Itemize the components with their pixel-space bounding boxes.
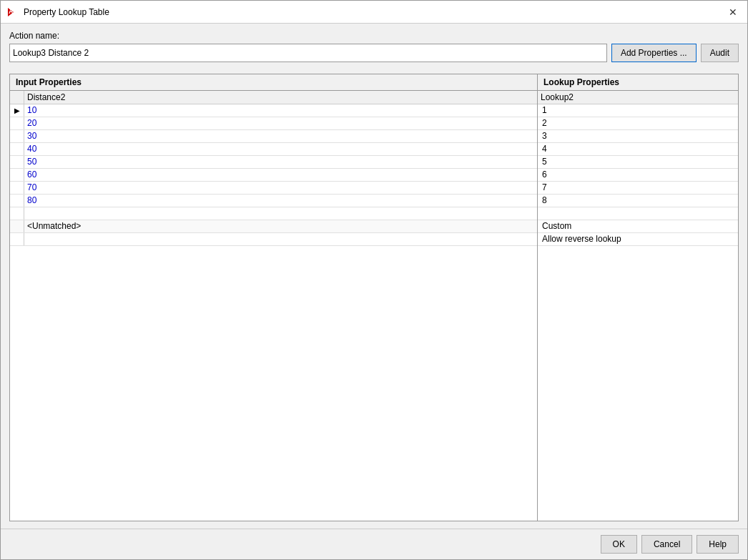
- dialog-body: Action name: Add Properties ... Audit In…: [1, 24, 747, 529]
- row-indicator: [10, 130, 24, 142]
- indicator-spacer: [10, 91, 24, 104]
- input-properties-panel: Input Properties Distance2 ▶ 10: [10, 74, 538, 521]
- action-name-input[interactable]: [9, 44, 607, 62]
- table-row[interactable]: ▶ 10: [10, 104, 537, 117]
- lookup-cell[interactable]: 6: [538, 169, 738, 181]
- input-table-body[interactable]: ▶ 10 20 30 40: [10, 104, 537, 521]
- close-button[interactable]: ✕: [726, 5, 740, 19]
- action-name-area: Action name: Add Properties ... Audit: [9, 31, 739, 62]
- ok-button[interactable]: OK: [601, 535, 637, 554]
- lookup-row[interactable]: 3: [538, 130, 738, 143]
- table-row[interactable]: [10, 233, 537, 246]
- lookup-cell[interactable]: 4: [538, 143, 738, 155]
- add-properties-button[interactable]: Add Properties ...: [611, 44, 697, 62]
- row-indicator: [10, 169, 24, 181]
- lookup-cell[interactable]: 2: [538, 117, 738, 129]
- action-name-label: Action name:: [9, 31, 739, 41]
- row-cell[interactable]: 70: [24, 182, 537, 194]
- lookup-row[interactable]: 5: [538, 156, 738, 169]
- input-properties-header: Input Properties: [10, 74, 537, 91]
- row-cell[interactable]: 50: [24, 156, 537, 168]
- lookup-properties-header: Lookup Properties: [538, 74, 738, 91]
- row-cell[interactable]: 80: [24, 195, 537, 207]
- lookup-row[interactable]: [538, 207, 738, 220]
- row-cell[interactable]: 10: [24, 104, 537, 117]
- lookup-cell[interactable]: 1: [538, 104, 738, 117]
- row-cell[interactable]: [24, 233, 537, 245]
- row-indicator: [10, 207, 24, 220]
- table-row[interactable]: 50: [10, 156, 537, 169]
- dialog-title: Property Lookup Table: [24, 7, 109, 17]
- lookup-table-body[interactable]: 1 2 3 4 5 6: [538, 104, 738, 521]
- table-row[interactable]: 80: [10, 195, 537, 207]
- table-row[interactable]: [10, 207, 537, 220]
- lookup-row[interactable]: 8: [538, 195, 738, 207]
- lookup-row[interactable]: 2: [538, 117, 738, 130]
- row-cell[interactable]: 60: [24, 169, 537, 181]
- row-cell[interactable]: 20: [24, 117, 537, 129]
- row-indicator: [10, 143, 24, 155]
- table-row[interactable]: 70: [10, 182, 537, 195]
- dialog-footer: OK Cancel Help: [1, 529, 747, 559]
- input-column-header: Distance2: [24, 91, 537, 104]
- custom-row[interactable]: Custom: [538, 220, 738, 233]
- title-bar: Property Lookup Table ✕: [1, 1, 747, 24]
- audit-button[interactable]: Audit: [701, 44, 739, 62]
- row-indicator: [10, 220, 24, 232]
- lookup-cell[interactable]: 8: [538, 195, 738, 207]
- lookup-column-header-row: Lookup2: [538, 91, 738, 104]
- custom-cell[interactable]: Custom: [538, 220, 738, 232]
- property-lookup-dialog: Property Lookup Table ✕ Action name: Add…: [0, 0, 748, 560]
- lookup-cell[interactable]: [538, 207, 738, 220]
- allow-reverse-cell: Allow reverse lookup: [538, 233, 738, 245]
- lookup-cell[interactable]: 7: [538, 182, 738, 194]
- row-indicator: ▶: [10, 104, 24, 117]
- row-indicator: [10, 195, 24, 207]
- input-column-header-row: Distance2: [10, 91, 537, 104]
- row-indicator: [10, 156, 24, 168]
- table-row[interactable]: 40: [10, 143, 537, 156]
- row-cell[interactable]: 30: [24, 130, 537, 142]
- lookup-row[interactable]: 7: [538, 182, 738, 195]
- row-cell[interactable]: [24, 207, 537, 220]
- lookup-column-header: Lookup2: [538, 91, 738, 104]
- lookup-row[interactable]: 4: [538, 143, 738, 156]
- unmatched-row[interactable]: <Unmatched>: [10, 220, 537, 233]
- table-row[interactable]: 60: [10, 169, 537, 182]
- lookup-cell[interactable]: 3: [538, 130, 738, 142]
- lookup-cell[interactable]: 5: [538, 156, 738, 168]
- row-indicator: [10, 117, 24, 129]
- row-cell[interactable]: 40: [24, 143, 537, 155]
- help-button[interactable]: Help: [697, 535, 739, 554]
- allow-reverse-row[interactable]: Allow reverse lookup: [538, 233, 738, 246]
- title-bar-left: Property Lookup Table: [8, 6, 109, 18]
- autocad-icon: [8, 6, 19, 18]
- tables-container: Input Properties Distance2 ▶ 10: [9, 74, 739, 521]
- lookup-properties-panel: Lookup Properties Lookup2 1 2 3: [538, 74, 738, 521]
- row-indicator: [10, 182, 24, 194]
- unmatched-cell[interactable]: <Unmatched>: [24, 220, 537, 232]
- row-indicator: [10, 233, 24, 245]
- lookup-row[interactable]: 1: [538, 104, 738, 117]
- cancel-button[interactable]: Cancel: [641, 535, 692, 554]
- lookup-row[interactable]: 6: [538, 169, 738, 182]
- table-row[interactable]: 20: [10, 117, 537, 130]
- table-row[interactable]: 30: [10, 130, 537, 143]
